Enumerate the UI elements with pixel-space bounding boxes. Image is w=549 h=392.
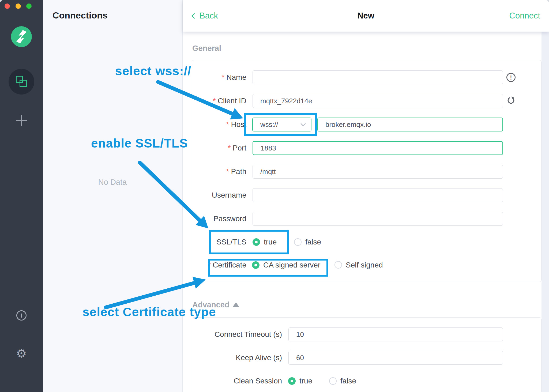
ssl-false-radio[interactable] (294, 238, 302, 246)
mqttx-window: i ⚙ Connections No Data Back New Connect… (0, 0, 549, 392)
sidebar-rail: i ⚙ (0, 0, 43, 392)
certificate-self-radio[interactable] (334, 261, 342, 269)
path-label: *Path (177, 165, 246, 179)
client-id-input[interactable] (253, 94, 503, 108)
highlight-box-protocol (244, 113, 317, 136)
host-label: *Host (177, 118, 246, 131)
connect-timeout-label: Connect Timeout (s) (196, 327, 282, 341)
about-info-icon[interactable]: i (16, 310, 27, 321)
alert-circle-icon: ! (506, 73, 516, 82)
password-label: Password (177, 212, 246, 226)
collapse-triangle-icon (233, 302, 239, 307)
connections-panel-title: Connections (52, 10, 108, 21)
client-id-label: *Client ID (177, 94, 246, 108)
username-input[interactable] (253, 188, 503, 202)
connect-button[interactable]: Connect (509, 8, 540, 24)
mqttx-logo-icon (11, 26, 32, 47)
no-data-placeholder: No Data (43, 178, 182, 187)
clean-session-true-radio-label[interactable]: true (299, 374, 312, 388)
highlight-box-certificate (208, 259, 328, 277)
clean-session-false-radio[interactable] (329, 377, 337, 385)
connections-panel: Connections No Data (43, 0, 183, 392)
name-input[interactable] (253, 70, 503, 84)
zoom-window-button[interactable] (26, 3, 32, 9)
refresh-icon[interactable] (506, 96, 516, 105)
keep-alive-label: Keep Alive (s) (196, 351, 282, 365)
settings-gear-icon[interactable]: ⚙ (15, 347, 28, 360)
annotation-enable-ssl: enable SSL/TLS (91, 136, 188, 150)
annotation-select-wss: select wss:// (115, 64, 191, 78)
host-input[interactable] (317, 118, 503, 131)
chevron-left-icon (191, 13, 197, 19)
port-input[interactable] (253, 141, 503, 155)
clean-session-true-radio[interactable] (288, 377, 296, 385)
highlight-box-ssl (209, 230, 289, 254)
keep-alive-input[interactable] (288, 351, 503, 365)
clean-session-false-radio-label[interactable]: false (340, 374, 356, 388)
password-input[interactable] (253, 212, 503, 226)
back-button[interactable]: Back (192, 8, 218, 24)
close-window-button[interactable] (5, 3, 10, 9)
scrollbar-gutter[interactable] (542, 32, 549, 392)
connect-timeout-input[interactable] (288, 327, 503, 341)
path-input[interactable] (253, 165, 503, 179)
sidebar-item-connections[interactable] (9, 69, 34, 95)
ssl-false-radio-label[interactable]: false (305, 235, 321, 249)
clean-session-label: Clean Session (196, 374, 282, 388)
certificate-self-radio-label[interactable]: Self signed (346, 258, 383, 272)
minimize-window-button[interactable] (16, 3, 21, 9)
form-header: Back New Connect (183, 0, 549, 32)
username-label: Username (177, 188, 246, 202)
new-connection-plus-icon[interactable] (16, 115, 27, 126)
page-title: New (357, 8, 374, 24)
annotation-select-certificate: select Certificate type (82, 305, 216, 319)
general-section-title: General (192, 44, 221, 53)
